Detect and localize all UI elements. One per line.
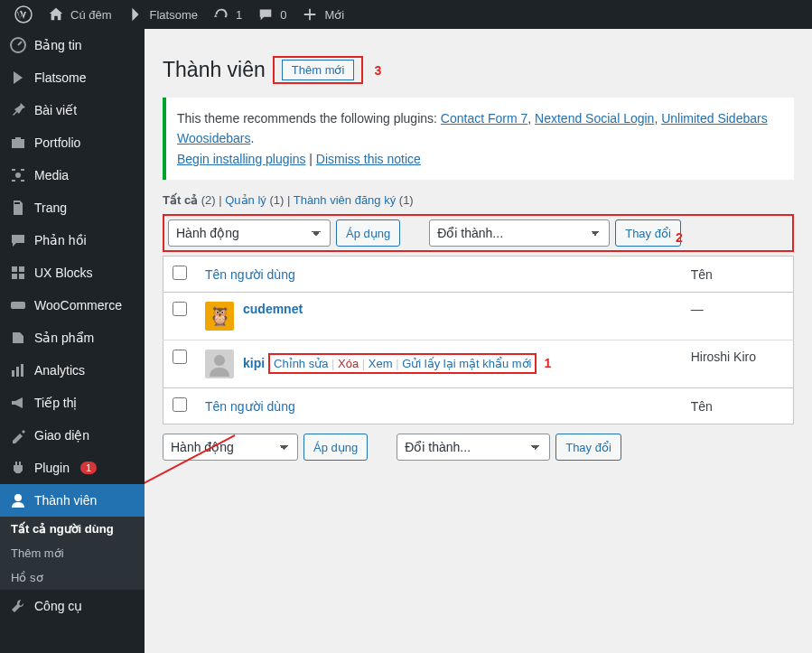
product-icon [9,329,27,347]
menu-portfolio[interactable]: Portfolio [0,126,145,159]
flatsome-menu-icon [9,69,27,87]
row-checkbox[interactable] [173,302,187,316]
edit-link[interactable]: Chỉnh sửa [274,357,328,370]
change-button[interactable]: Thay đổi [615,219,681,247]
menu-products[interactable]: Sản phẩm [0,322,145,354]
users-submenu: Tất cả người dùng Thêm mới Hồ sơ [0,517,145,590]
menu-posts[interactable]: Bài viết [0,94,145,126]
menu-label: Flatsome [34,70,87,85]
flatsome-icon [126,5,145,23]
marketing-icon [9,394,27,412]
admin-bar: Cú đêm Flatsome 1 0 Mới [0,0,812,29]
wp-logo[interactable] [7,0,40,29]
theme-name[interactable]: Flatsome [119,0,205,29]
menu-label: Thành viên [34,493,97,508]
name-cell: — [682,293,794,340]
menu-appearance[interactable]: Giao diện [0,419,145,452]
menu-label: Tiếp thị [34,396,78,410]
row-checkbox[interactable] [173,350,187,364]
menu-flatsome[interactable]: Flatsome [0,61,145,94]
wordpress-icon [14,5,33,23]
menu-label: Giao diện [34,428,89,443]
filter-subscriber-count: (1) [399,193,414,207]
woo-icon [9,296,27,314]
site-name-label: Cú đêm [70,8,112,22]
updates[interactable]: 1 [205,0,249,29]
appearance-icon [9,426,27,444]
col-username[interactable]: Tên người dùng [196,257,682,293]
reset-pwd-link[interactable]: Gửi lấy lại mật khẩu mới [402,357,531,370]
filter-subscriber[interactable]: Thành viên đăng ký [294,193,396,207]
comment-icon [257,5,275,23]
svg-rect-5 [12,274,17,279]
bulk-action-select-bottom[interactable]: Hành động [163,434,298,461]
menu-woocommerce[interactable]: WooCommerce [0,289,145,322]
menu-uxblocks[interactable]: UX Blocks [0,257,145,289]
analytics-icon [9,361,27,379]
avatar: 🦉 [205,302,234,331]
filter-all[interactable]: Tất cả [163,193,198,207]
change-button-bottom[interactable]: Thay đổi [555,434,621,461]
main-content: Thành viên Thêm mới 3 This theme recomme… [145,29,812,653]
page-title: Thành viên [163,58,266,82]
submenu-add-new[interactable]: Thêm mới [0,541,145,565]
begin-install-link[interactable]: Begin installing plugins [177,152,305,166]
page-icon [9,199,27,217]
apply-button-bottom[interactable]: Áp dụng [303,434,368,461]
menu-label: Bài viết [34,103,77,117]
menu-label: Sản phẩm [34,331,94,345]
col-name[interactable]: Tên [682,257,794,293]
change-role-select[interactable]: Đổi thành... [429,219,610,247]
annotation-3: 3 [374,63,381,78]
menu-plugins[interactable]: Plugin1 [0,452,145,484]
delete-link[interactable]: Xóa [338,357,359,370]
blocks-icon [9,264,27,282]
check-all-header [163,257,197,293]
filter-all-count: (2) [201,193,216,207]
svg-rect-3 [12,266,17,272]
plugin-notice: This theme recommends the following plug… [163,98,794,180]
menu-pages[interactable]: Trang [0,191,145,224]
check-all-top[interactable] [173,266,187,280]
menu-marketing[interactable]: Tiếp thị [0,387,145,419]
new-content[interactable]: Mới [294,0,351,29]
menu-tools[interactable]: Công cụ [0,590,145,622]
notice-text: This theme recommends the following plug… [177,111,441,126]
menu-label: WooCommerce [34,298,122,313]
menu-media[interactable]: Media [0,159,145,191]
updates-count: 1 [236,8,242,22]
plugin-icon [9,459,27,477]
col-username-foot[interactable]: Tên người dùng [196,388,682,424]
menu-comments[interactable]: Phản hồi [0,224,145,257]
submenu-all-users[interactable]: Tất cả người dùng [0,517,145,541]
tools-icon [9,597,27,615]
comments[interactable]: 0 [249,0,294,29]
annotation-1: 1 [544,356,551,370]
svg-point-2 [15,173,21,178]
site-name[interactable]: Cú đêm [40,0,119,29]
bulk-action-select[interactable]: Hành động [168,219,331,247]
menu-users[interactable]: Thành viên [0,484,145,517]
submenu-profile[interactable]: Hồ sơ [0,565,145,590]
page-header: Thành viên Thêm mới 3 [163,56,794,84]
username-link[interactable]: kipi [243,356,265,370]
notice-plugin-link[interactable]: Contact Form 7 [441,111,527,126]
col-name-foot[interactable]: Tên [682,388,794,424]
filter-admin[interactable]: Quản lý [225,193,266,207]
home-icon [47,5,65,23]
dismiss-notice-link[interactable]: Dismiss this notice [316,152,421,166]
apply-button[interactable]: Áp dụng [336,219,400,247]
check-all-bottom[interactable] [173,397,187,412]
notice-plugin-link[interactable]: Nextend Social Login [535,111,654,126]
menu-label: Trang [34,201,67,215]
menu-dashboard[interactable]: Bảng tin [0,29,145,61]
plus-icon [301,5,319,23]
change-role-select-bottom[interactable]: Đổi thành... [397,434,550,461]
row-actions: Chỉnh sửa | Xóa | Xem | Gửi lấy lại mật … [268,353,537,374]
new-label: Mới [324,8,344,22]
menu-analytics[interactable]: Analytics [0,354,145,387]
svg-point-12 [214,355,225,366]
add-new-button[interactable]: Thêm mới [282,60,355,80]
username-link[interactable]: cudemnet [243,302,303,316]
view-link[interactable]: Xem [369,357,393,370]
